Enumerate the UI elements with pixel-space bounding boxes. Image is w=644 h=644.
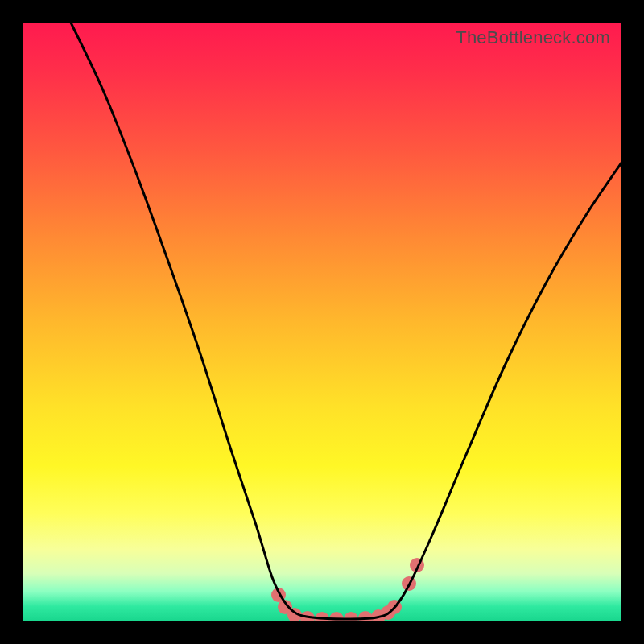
watermark-text: TheBottleneck.com	[456, 27, 610, 48]
bottleneck-curve	[71, 23, 621, 619]
curve-layer	[23, 23, 621, 621]
trough-marker	[315, 612, 329, 621]
plot-area: TheBottleneck.com	[23, 23, 621, 621]
chart-frame: TheBottleneck.com	[0, 0, 644, 644]
